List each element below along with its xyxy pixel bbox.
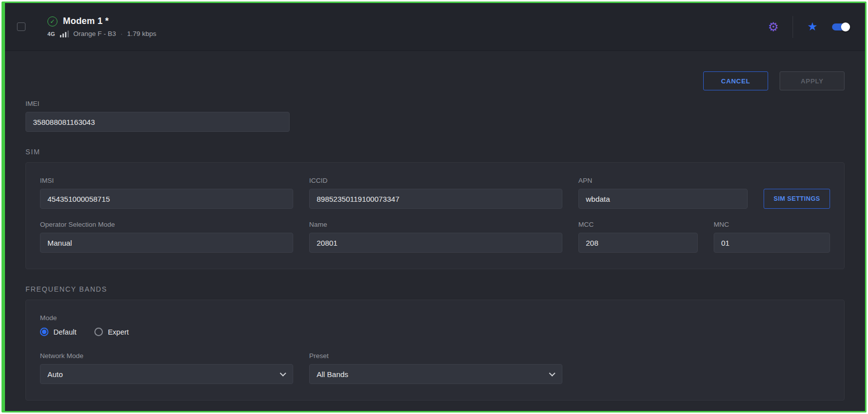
operator-mode-label: Operator Selection Mode bbox=[40, 221, 293, 228]
mode-radio-expert-label: Expert bbox=[108, 328, 129, 336]
imsi-label: IMSI bbox=[40, 177, 293, 184]
preset-label: Preset bbox=[309, 352, 562, 360]
apn-input[interactable] bbox=[578, 189, 748, 209]
mcc-label: MCC bbox=[578, 221, 698, 228]
preset-select[interactable]: All Bands bbox=[309, 364, 562, 384]
divider bbox=[793, 16, 793, 38]
name-field: Name bbox=[309, 221, 562, 253]
apply-button[interactable]: APPLY bbox=[780, 71, 845, 90]
operator-mode-input[interactable] bbox=[40, 233, 293, 253]
network-mode-label: Network Mode bbox=[40, 352, 293, 360]
iccid-field: ICCID bbox=[309, 177, 562, 209]
mnc-field: MNC bbox=[714, 221, 830, 253]
apn-field: APN bbox=[578, 177, 748, 209]
operator-label: Orange F - B3 bbox=[73, 30, 116, 37]
mnc-input[interactable] bbox=[714, 233, 830, 253]
separator-dot: · bbox=[120, 30, 122, 37]
header-actions: ⚙ ★ bbox=[768, 16, 850, 38]
iccid-input[interactable] bbox=[309, 189, 562, 209]
frequency-bands-section-label: FREQUENCY BANDS bbox=[25, 285, 845, 293]
imsi-field: IMSI bbox=[40, 177, 293, 209]
mnc-label: MNC bbox=[714, 221, 830, 228]
select-checkbox[interactable] bbox=[17, 22, 25, 31]
modem-enable-toggle[interactable] bbox=[832, 22, 850, 32]
sim-section-label: SIM bbox=[25, 148, 845, 156]
name-label: Name bbox=[309, 221, 562, 228]
mode-radio-default[interactable]: Default bbox=[40, 328, 76, 336]
imei-label: IMEI bbox=[25, 100, 290, 107]
imei-field: IMEI bbox=[25, 100, 290, 132]
form-actions: CANCEL APPLY bbox=[25, 71, 845, 90]
mode-label: Mode bbox=[40, 314, 830, 322]
cancel-button[interactable]: CANCEL bbox=[703, 71, 768, 90]
status-check-circle-icon: ✓ bbox=[47, 16, 57, 26]
operator-mode-field: Operator Selection Mode bbox=[40, 221, 293, 253]
page-title: Modem 1 * bbox=[63, 16, 109, 26]
chevron-down-icon bbox=[280, 370, 286, 377]
modem-panel: ✓ Modem 1 * 4G Orange F - B3 · 1.79 kbps… bbox=[1, 1, 867, 413]
signal-bars-icon bbox=[60, 30, 69, 37]
network-type-badge: 4G bbox=[47, 31, 55, 37]
mode-radio-expert[interactable]: Expert bbox=[94, 328, 129, 336]
header: ✓ Modem 1 * 4G Orange F - B3 · 1.79 kbps… bbox=[5, 3, 865, 51]
radio-circle-icon bbox=[94, 328, 103, 336]
sim-card: IMSI ICCID APN SIM SETTINGS Operator Sel… bbox=[25, 162, 845, 269]
radio-circle-icon bbox=[40, 328, 48, 336]
mode-radio-default-label: Default bbox=[53, 328, 76, 336]
mode-radio-group: Default Expert bbox=[40, 328, 830, 336]
iccid-label: ICCID bbox=[309, 177, 562, 184]
preset-field: Preset All Bands bbox=[309, 352, 562, 384]
chevron-down-icon bbox=[549, 370, 555, 377]
mcc-input[interactable] bbox=[578, 233, 698, 253]
favorite-star-icon[interactable]: ★ bbox=[807, 21, 818, 32]
network-mode-field: Network Mode Auto bbox=[40, 352, 293, 384]
preset-value: All Bands bbox=[317, 370, 348, 379]
sim-settings-button[interactable]: SIM SETTINGS bbox=[764, 189, 830, 209]
speed-label: 1.79 kbps bbox=[127, 30, 157, 37]
title-block: ✓ Modem 1 * 4G Orange F - B3 · 1.79 kbps bbox=[47, 16, 156, 37]
main-content: CANCEL APPLY IMEI SIM IMSI ICCID APN bbox=[5, 51, 865, 411]
apn-label: APN bbox=[578, 177, 748, 184]
mcc-field: MCC bbox=[578, 221, 698, 253]
network-mode-value: Auto bbox=[47, 370, 63, 379]
frequency-bands-card: Mode Default Expert Network Mode Auto bbox=[25, 300, 845, 401]
network-mode-select[interactable]: Auto bbox=[40, 364, 293, 384]
gear-icon[interactable]: ⚙ bbox=[768, 21, 779, 33]
name-input[interactable] bbox=[309, 233, 562, 253]
imsi-input[interactable] bbox=[40, 189, 293, 209]
imei-input[interactable] bbox=[25, 112, 290, 132]
